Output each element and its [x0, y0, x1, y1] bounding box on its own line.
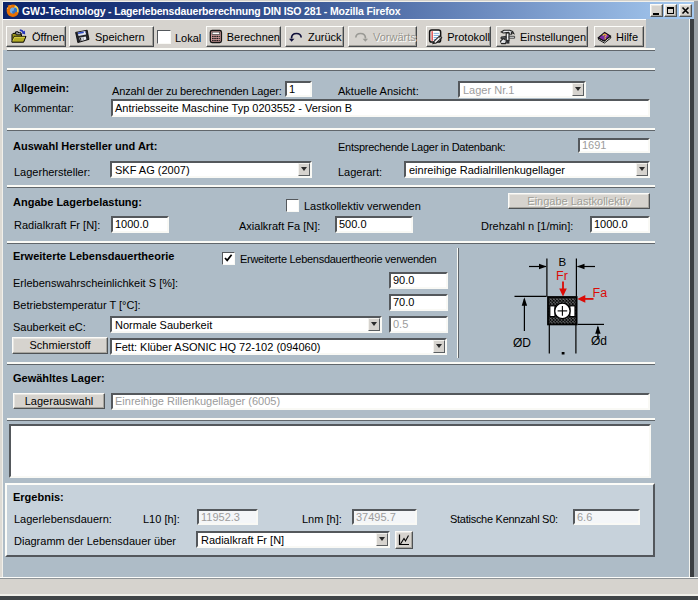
svg-text:Fr: Fr [556, 269, 568, 283]
svg-text:Ød: Ød [591, 334, 607, 348]
svg-text:B: B [559, 256, 567, 268]
svg-text:ØD: ØD [513, 336, 531, 350]
svg-text:Fa: Fa [593, 286, 608, 300]
